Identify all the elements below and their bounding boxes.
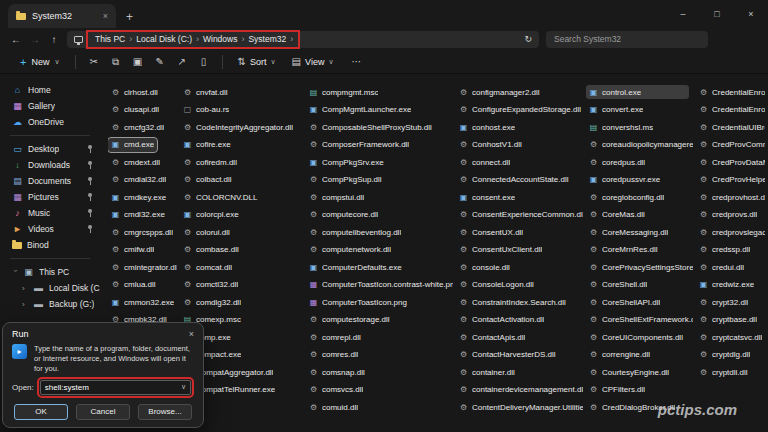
file-item[interactable]: ⚙connect.dll xyxy=(456,155,513,169)
close-button[interactable]: × xyxy=(734,0,768,28)
file-item[interactable]: ▦ComputerToastIcon.contrast-white.png xyxy=(306,278,456,292)
address-field[interactable]: This PC›Local Disk (C:)›Windows›System32… xyxy=(67,31,539,48)
file-item[interactable]: ⚙ConsentUX.dll xyxy=(456,225,526,239)
sidebar-item-videos[interactable]: ►Videos xyxy=(0,221,100,237)
file-item[interactable]: ⚙comuid.dll xyxy=(306,400,361,414)
file-item[interactable]: ⚙cmintegrator.dll xyxy=(108,260,180,274)
cancel-button[interactable]: Cancel xyxy=(76,404,130,420)
file-item[interactable]: ⚙ContactHarvesterDS.dll xyxy=(456,348,559,362)
file-item[interactable]: ⚙containerdevicemanagement.dll xyxy=(456,383,586,397)
file-item[interactable]: ▣cmdl32.exe xyxy=(108,208,168,222)
file-item[interactable]: ⚙cmlua.dll xyxy=(108,278,159,292)
browse-button[interactable]: Browse... xyxy=(138,404,192,420)
ok-button[interactable]: OK xyxy=(14,404,68,420)
sidebar-item-home[interactable]: ⌂Home xyxy=(0,82,100,98)
file-item[interactable]: ▣control.exe xyxy=(586,85,689,99)
file-item[interactable]: ▣convert.exe xyxy=(586,103,646,117)
file-item[interactable]: ⚙configmanager2.dll xyxy=(456,85,543,99)
file-item[interactable]: ⚙ContactActivation.dll xyxy=(456,313,547,327)
chevron-right-icon[interactable]: › xyxy=(22,284,28,293)
file-item[interactable]: ⚙CompPkgSup.dll xyxy=(306,173,385,187)
view-button[interactable]: ▤ View ∨ xyxy=(284,52,342,72)
file-item[interactable]: ⚙comctl32.dll xyxy=(180,278,241,292)
sidebar-item-gallery[interactable]: ▦Gallery xyxy=(0,98,100,114)
sidebar-item-binod[interactable]: Binod xyxy=(0,237,100,253)
file-item[interactable]: ⚙ConfigureExpandedStorage.dll xyxy=(456,103,584,117)
file-item[interactable]: ▣consent.exe xyxy=(456,190,518,204)
file-item[interactable]: ▣cmmon32.exe xyxy=(108,295,177,309)
file-item[interactable]: ⚙ConsentUxClient.dll xyxy=(456,243,545,257)
file-item[interactable]: ⚙ConstraintIndex.Search.dll xyxy=(456,295,569,309)
file-item[interactable]: ⚙ConsentExperienceCommon.dll xyxy=(456,208,586,222)
refresh-icon[interactable]: ↻ xyxy=(524,34,532,44)
file-item[interactable]: ▦ComputerToastIcon.png xyxy=(306,295,410,309)
file-item[interactable]: ⚙comrepl.dll xyxy=(306,330,364,344)
file-item[interactable]: ▢cob-au.rs xyxy=(180,103,232,117)
file-item[interactable]: ⚙CodeIntegrityAggregator.dll xyxy=(180,120,296,134)
file-item[interactable]: ⚙cmgrcspps.dll xyxy=(108,225,176,239)
tab-close-icon[interactable]: × xyxy=(103,11,108,21)
file-item[interactable]: ⚙credui.dll xyxy=(696,260,747,274)
sort-button[interactable]: ⇅ Sort ∨ xyxy=(230,52,284,72)
file-item[interactable]: ⚙ConnectedAccountState.dll xyxy=(456,173,572,187)
breadcrumb-item[interactable]: Windows xyxy=(200,34,240,44)
file-item[interactable]: ▣cmd.exe xyxy=(108,138,157,152)
file-item[interactable]: ⚙coreaudiopolicymanagerext.dll xyxy=(586,138,696,152)
sidebar-item-music[interactable]: ♪Music xyxy=(0,205,100,221)
file-item[interactable]: ▣conhost.exe xyxy=(456,120,518,134)
file-item[interactable]: ⚙computenetwork.dll xyxy=(306,243,394,257)
run-command-input[interactable]: shell:system ∨ xyxy=(40,380,191,395)
file-item[interactable]: ⚙cmdext.dll xyxy=(108,155,163,169)
file-item[interactable]: ⚙CoreShellExtFramework.dll xyxy=(586,313,696,327)
file-item[interactable]: ⚙ComposerFramework.dll xyxy=(306,138,412,152)
file-item[interactable]: ⚙comres.dll xyxy=(306,348,361,362)
file-item[interactable]: ⚙compstui.dll xyxy=(306,190,367,204)
delete-icon[interactable]: ▯ xyxy=(193,56,215,67)
file-item[interactable]: ⚙computelibeventlog.dll xyxy=(306,225,404,239)
breadcrumb-item[interactable]: This PC xyxy=(92,34,128,44)
share-icon[interactable]: ↗ xyxy=(171,56,193,67)
file-item[interactable]: ⚙clrhost.dll xyxy=(108,85,161,99)
file-item[interactable]: ⚙computecore.dll xyxy=(306,208,381,222)
breadcrumb-item[interactable]: Local Disk (C:) xyxy=(133,34,195,44)
file-item[interactable]: ⚙CoreMas.dll xyxy=(586,208,648,222)
file-item[interactable]: ⚙comsnap.dll xyxy=(306,365,368,379)
file-item[interactable]: ⚙comcat.dll xyxy=(180,260,235,274)
file-item[interactable]: ▤compmgmt.msc xyxy=(306,85,381,99)
sidebar-item-backup-g-[interactable]: ›▬Backup (G:) xyxy=(0,296,100,312)
file-item[interactable]: ▣ComputerDefaults.exe xyxy=(306,260,405,274)
file-item[interactable]: ⚙cnvfat.dll xyxy=(180,85,231,99)
sidebar-item-downloads[interactable]: ↓Downloads xyxy=(0,157,100,173)
file-item[interactable]: ⚙CredProvHelper.dll xyxy=(696,173,768,187)
maximize-button[interactable]: □ xyxy=(700,0,734,28)
file-item[interactable]: ⚙ContentDeliveryManager.Utilities.dll xyxy=(456,400,586,414)
file-item[interactable]: ⚙CoreMrnRes.dll xyxy=(586,243,661,257)
more-options-icon[interactable]: ⋯ xyxy=(346,56,368,67)
file-item[interactable]: ⚙CredentialEnrollmen xyxy=(696,85,768,99)
file-item[interactable]: ⚙ComposableShellProxyStub.dll xyxy=(306,120,435,134)
file-item[interactable]: ⚙console.dll xyxy=(456,260,513,274)
sidebar-item-local-disk-c-[interactable]: ›▬Local Disk (C:) xyxy=(0,280,100,296)
minimize-button[interactable]: – xyxy=(666,0,700,28)
back-icon[interactable]: ← xyxy=(10,34,22,45)
file-item[interactable]: ⚙correngine.dll xyxy=(586,348,653,362)
sidebar-item-desktop[interactable]: ▭Desktop xyxy=(0,141,100,157)
file-item[interactable]: ⚙cryptdll.dll xyxy=(696,365,751,379)
file-item[interactable]: ⚙computestorage.dll xyxy=(306,313,393,327)
file-item[interactable]: ⚙CredProvCommonCo xyxy=(696,138,768,152)
file-item[interactable]: ⚙CourtesyEngine.dll xyxy=(586,365,672,379)
file-item[interactable]: ⚙CPFilters.dll xyxy=(586,383,648,397)
file-item[interactable]: ⚙ConsoleLogon.dll xyxy=(456,278,537,292)
file-item[interactable]: ▣cmdkey.exe xyxy=(108,190,169,204)
sidebar-item-onedrive[interactable]: ☁OneDrive xyxy=(0,114,100,130)
file-item[interactable]: ⚙credprovhost.dll xyxy=(696,190,768,204)
file-item[interactable]: ⚙combase.dll xyxy=(180,243,242,257)
explorer-tab[interactable]: System32 × xyxy=(8,4,116,28)
file-item[interactable]: ▣credwiz.exe xyxy=(696,278,757,292)
file-item[interactable]: ▣CompMgmtLauncher.exe xyxy=(306,103,414,117)
chevron-down-icon[interactable]: › xyxy=(11,269,20,275)
file-item[interactable]: ⚙colbact.dll xyxy=(180,173,235,187)
file-item[interactable]: ⚙ConhostV1.dll xyxy=(456,138,525,152)
file-item[interactable]: ⚙coredpus.dll xyxy=(586,155,648,169)
file-item[interactable]: ⚙CredentialEnrollmen xyxy=(696,103,768,117)
